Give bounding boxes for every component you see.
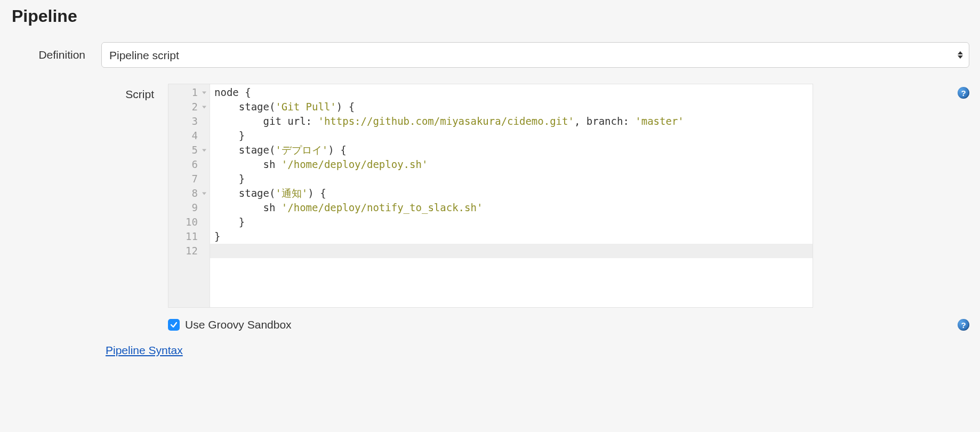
line-number: 12 (168, 244, 210, 258)
code-line[interactable]: } (214, 172, 813, 186)
pipeline-syntax-row: Pipeline Syntax (106, 344, 969, 357)
code-line[interactable]: } (214, 229, 813, 244)
script-row: Script ? 123456789101112 node { stage('G… (11, 84, 969, 308)
editor-code[interactable]: node { stage('Git Pull') { git url: 'htt… (210, 84, 813, 307)
code-line[interactable]: } (214, 215, 813, 229)
line-number: 9 (168, 201, 210, 215)
editor-gutter: 123456789101112 (168, 84, 210, 307)
line-number: 2 (168, 100, 210, 114)
line-number: 11 (168, 229, 210, 244)
code-text: stage( (214, 101, 275, 113)
line-number: 4 (168, 129, 210, 143)
code-string: 'https://github.com/miyasakura/cidemo.gi… (318, 115, 574, 127)
code-text: node { (214, 86, 251, 98)
fold-arrow-icon[interactable] (202, 149, 206, 151)
script-editor-wrap: ? 123456789101112 node { stage('Git Pull… (168, 84, 969, 308)
code-text: ) { (308, 187, 326, 199)
code-string: '/home/deploy/notify_to_slack.sh' (282, 202, 483, 213)
code-line[interactable]: node { (214, 85, 813, 100)
line-number: 6 (168, 157, 210, 172)
help-icon[interactable]: ? (958, 319, 969, 331)
pipeline-syntax-link[interactable]: Pipeline Syntax (106, 344, 183, 356)
code-text: } (214, 173, 245, 185)
code-line[interactable]: stage('デプロイ') { (214, 143, 813, 157)
line-number: 7 (168, 172, 210, 186)
code-line[interactable]: } (214, 129, 813, 143)
line-number: 3 (168, 114, 210, 129)
code-text: } (214, 216, 245, 228)
script-label: Script (11, 84, 168, 101)
section-title: Pipeline (12, 6, 969, 26)
line-number: 5 (168, 143, 210, 157)
code-line[interactable]: stage('Git Pull') { (214, 100, 813, 114)
code-text: git url: (214, 115, 318, 127)
code-line[interactable]: git url: 'https://github.com/miyasakura/… (214, 114, 813, 129)
script-editor[interactable]: 123456789101112 node { stage('Git Pull')… (168, 84, 813, 308)
help-icon[interactable]: ? (958, 87, 969, 99)
code-string: '通知' (275, 187, 308, 199)
code-text: } (214, 230, 220, 242)
sandbox-label: Use Groovy Sandbox (185, 318, 292, 331)
line-number: 10 (168, 215, 210, 229)
code-string: 'デプロイ' (275, 144, 328, 156)
fold-arrow-icon[interactable] (202, 192, 206, 195)
code-text: stage( (214, 187, 275, 199)
line-number: 1 (168, 85, 210, 100)
definition-select[interactable]: Pipeline script (101, 42, 969, 68)
code-text: ) { (336, 101, 355, 113)
definition-label: Definition (11, 49, 101, 61)
code-text: ) { (328, 144, 346, 156)
code-text: , branch: (574, 115, 635, 127)
code-text: stage( (214, 144, 275, 156)
code-line[interactable]: stage('通知') { (214, 186, 813, 201)
sandbox-checkbox[interactable] (168, 319, 180, 331)
code-text: sh (214, 202, 282, 213)
code-text: } (214, 130, 245, 141)
code-string: 'Git Pull' (275, 101, 336, 113)
code-text: sh (214, 158, 282, 170)
fold-arrow-icon[interactable] (202, 91, 206, 94)
line-number: 8 (168, 186, 210, 201)
code-line[interactable]: sh '/home/deploy/deploy.sh' (214, 157, 813, 172)
sandbox-row: Use Groovy Sandbox ? (11, 318, 969, 331)
code-line[interactable] (210, 244, 813, 258)
code-string: 'master' (635, 115, 684, 127)
fold-arrow-icon[interactable] (202, 106, 206, 108)
definition-select-wrap: Pipeline script (101, 42, 969, 68)
code-line[interactable]: sh '/home/deploy/notify_to_slack.sh' (214, 201, 813, 215)
code-string: '/home/deploy/deploy.sh' (282, 158, 428, 170)
definition-row: Definition Pipeline script (11, 42, 969, 68)
